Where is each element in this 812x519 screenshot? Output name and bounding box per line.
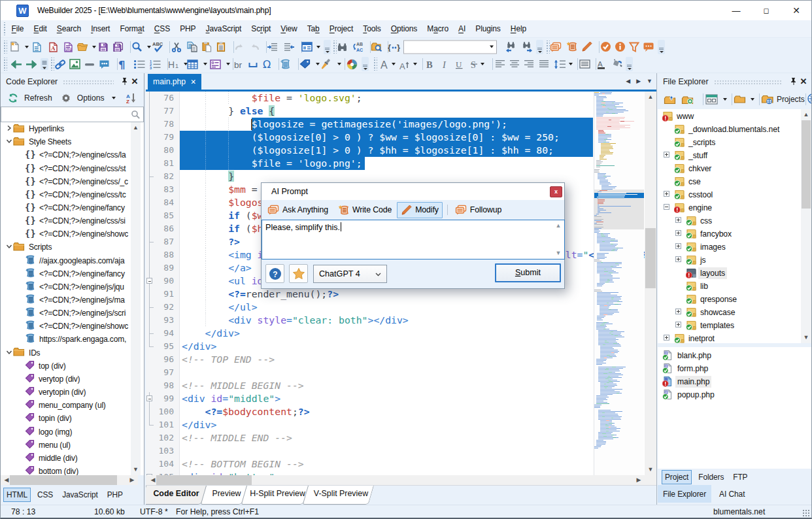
editor-vscrollbar[interactable]: ▲ ▼ xyxy=(645,92,656,475)
menu-options[interactable]: Options xyxy=(386,22,422,36)
menu-css[interactable]: CSS xyxy=(149,22,175,36)
collapse-chevron-icon[interactable] xyxy=(6,138,13,146)
code-explorer-item-ids[interactable]: IDs xyxy=(1,346,131,360)
language-tab-html[interactable]: HTML xyxy=(3,488,31,502)
hyperlink-button[interactable] xyxy=(54,56,66,72)
file-explorer-close-icon[interactable]: ✕ xyxy=(798,76,809,86)
menu-script[interactable]: Script xyxy=(246,22,276,36)
cut-button[interactable] xyxy=(171,39,182,55)
folder-item-layouts[interactable]: layouts xyxy=(658,266,812,279)
line-break-button[interactable]: br xyxy=(234,56,246,72)
menu-tools[interactable]: Tools xyxy=(358,22,386,36)
sort-az-icon[interactable]: AZ xyxy=(124,90,141,106)
toolbar-grip[interactable] xyxy=(332,41,337,54)
folder-item-inetprot[interactable]: inetprot xyxy=(658,331,812,343)
clipboard-view-button[interactable] xyxy=(216,39,226,55)
options-caret-icon[interactable] xyxy=(112,97,116,99)
dropdown-caret-icon[interactable] xyxy=(316,63,320,65)
expand-toggle-icon[interactable] xyxy=(664,191,669,197)
tab-close-icon[interactable]: ✕ xyxy=(190,78,196,86)
code-explorer-scrollbar[interactable]: ▲ ▼ xyxy=(131,122,141,475)
dropdown-caret-icon[interactable] xyxy=(25,46,29,48)
ai-mode-followup[interactable]: Followup xyxy=(451,202,505,218)
outdent-button[interactable] xyxy=(283,39,295,55)
ai-generate-button[interactable] xyxy=(566,39,577,55)
pin-icon[interactable] xyxy=(119,77,129,86)
publish-button[interactable] xyxy=(807,92,812,107)
menu-php[interactable]: PHP xyxy=(175,22,201,36)
collapse-chevron-icon[interactable] xyxy=(6,243,13,251)
source-tab-project[interactable]: Project xyxy=(662,470,692,484)
dialog-close-button[interactable]: x xyxy=(550,186,562,197)
view-mode-button[interactable] xyxy=(705,92,718,107)
bold-button[interactable]: B xyxy=(426,56,434,72)
dock-tab-ai-chat[interactable]: AI Chat xyxy=(714,485,750,503)
folder-item-cse[interactable]: cse xyxy=(658,175,812,188)
file-explorer-scrollbar[interactable]: ▲ ▼ xyxy=(801,109,811,343)
code-explorer-item-logo-img-[interactable]: logo (img) xyxy=(1,425,131,438)
italic-button[interactable]: I xyxy=(443,56,448,72)
code-explorer-item-verytopin-div-[interactable]: verytopin (div) xyxy=(1,386,131,399)
ai-mode-write-code[interactable]: Write Code xyxy=(333,202,396,218)
menu-edit[interactable]: Edit xyxy=(29,22,52,36)
parent-folder-button[interactable] xyxy=(664,92,676,107)
code-explorer-item--cdn-engine-css-la[interactable]: {}<?=CDN;?>/engine/css/la xyxy=(1,148,131,161)
submit-button[interactable]: Submit xyxy=(495,263,561,282)
tab-main-php[interactable]: main.php✕ xyxy=(148,74,201,90)
table-button[interactable] xyxy=(187,56,198,72)
replace-button[interactable]: ABAC xyxy=(352,39,364,55)
ai-check-button[interactable] xyxy=(600,39,611,55)
navigate-back-button[interactable] xyxy=(10,56,22,72)
dropdown-caret-icon[interactable] xyxy=(316,46,320,48)
language-tab-php[interactable]: PHP xyxy=(105,488,126,501)
folder-item--scripts[interactable]: _scripts xyxy=(658,135,812,148)
code-explorer-item-bottom-div-[interactable]: bottom (div) xyxy=(1,465,131,475)
format-painter-button[interactable] xyxy=(320,56,331,72)
font-size-button[interactable]: A xyxy=(399,56,412,72)
bullet-list-button[interactable] xyxy=(133,56,145,72)
save-button[interactable] xyxy=(98,39,109,55)
align-center-button[interactable] xyxy=(509,56,520,72)
save-all-button[interactable] xyxy=(112,39,124,55)
find-next-button[interactable] xyxy=(521,39,533,55)
underline-button[interactable]: U xyxy=(456,56,464,72)
new-document-button[interactable] xyxy=(9,39,20,55)
pin-icon[interactable] xyxy=(788,77,798,86)
toolbar-overflow-button[interactable] xyxy=(658,40,665,54)
panel-drag-grip[interactable] xyxy=(714,80,783,85)
folder-item-www[interactable]: www xyxy=(658,109,812,122)
view-tab-h-split-preview[interactable]: H-Split Preview xyxy=(246,486,309,505)
code-explorer-hscrollbar[interactable]: ◀ ▶ xyxy=(1,475,138,485)
projects-label[interactable]: Projects xyxy=(777,95,805,104)
code-snippet-button[interactable]: {} xyxy=(388,39,401,55)
folder-item-showcase[interactable]: showcase xyxy=(658,305,812,318)
navigate-forward-button[interactable] xyxy=(25,56,38,72)
ai-mode-modify[interactable]: Modify xyxy=(397,202,443,218)
model-select[interactable]: ChatGPT 4 xyxy=(313,265,387,283)
line-spacing-button[interactable] xyxy=(554,56,566,72)
toolbar-overflow-button[interactable] xyxy=(324,40,331,54)
folder-item-images[interactable]: images xyxy=(658,240,812,253)
ai-modify-button[interactable] xyxy=(581,39,592,55)
code-explorer-item-middle-div-[interactable]: middle (div) xyxy=(1,452,131,465)
tab-scroll-right-icon[interactable]: ▶ xyxy=(636,78,641,84)
dropdown-caret-icon[interactable] xyxy=(751,98,754,101)
tag-button[interactable] xyxy=(299,56,311,72)
code-explorer-close-icon[interactable]: ✕ xyxy=(129,76,140,86)
code-explorer-item--ajax-googleapis-com-aja[interactable]: //ajax.googleapis.com/aja xyxy=(1,254,131,267)
minimize-button[interactable]: — xyxy=(721,1,751,20)
dock-tab-file-explorer[interactable]: File Explorer xyxy=(658,485,711,503)
align-left-button[interactable] xyxy=(495,56,505,72)
collapse-toggle-icon[interactable] xyxy=(664,204,669,210)
file-item-form-php[interactable]: form.php xyxy=(658,361,812,375)
help-button[interactable]: ? xyxy=(265,264,284,283)
expand-toggle-icon[interactable] xyxy=(664,152,669,158)
fill-color-button[interactable] xyxy=(611,56,622,72)
code-explorer-item--cdn-engine-css-si[interactable]: {}<?=CDN;?>/engine/css/si xyxy=(1,214,131,227)
non-breaking-space-button[interactable] xyxy=(248,56,258,72)
find-previous-button[interactable] xyxy=(505,39,517,55)
code-explorer-item-style-sheets[interactable]: Style Sheets xyxy=(1,135,131,148)
toolbar-grip[interactable] xyxy=(50,58,54,71)
tab-scroll-left-icon[interactable]: ◀ xyxy=(626,78,630,84)
menu-tab[interactable]: Tab xyxy=(302,22,324,36)
